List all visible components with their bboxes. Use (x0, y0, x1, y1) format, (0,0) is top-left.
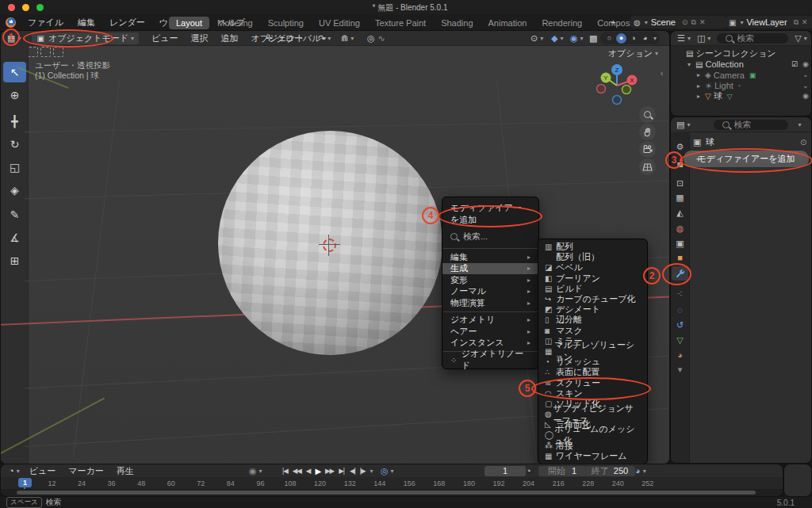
proportional-edit-toggle[interactable]: ◎ ∿ (364, 32, 389, 44)
select-mode-option[interactable] (40, 47, 51, 57)
tabs-overflow-chevron[interactable]: ▾ (672, 362, 688, 376)
eye-closed-toggle-icon[interactable]: ⌄ (802, 82, 809, 90)
camera-view-icon[interactable] (639, 141, 656, 158)
play-button[interactable]: ▶ (312, 467, 323, 476)
modifier-item-デシメート[interactable]: ◩デシメート (538, 304, 647, 315)
remove-view-layer-button[interactable]: ✕ (802, 18, 808, 26)
physics-tab[interactable]: ◌ (672, 303, 688, 317)
pin-scene-icon[interactable]: ⊙ (682, 18, 688, 26)
disclosure-icon[interactable]: ▾ (685, 61, 693, 68)
app-menu-編集[interactable]: 編集 (71, 17, 102, 29)
modifier-item-ベベル[interactable]: ◪ベベル (538, 262, 647, 273)
modifier-item-配列[interactable]: ▥配列 (538, 242, 647, 252)
timeline-menu-ビュー[interactable]: ビュー (23, 465, 63, 477)
outliner-row-シーンコレクション[interactable]: ▤シーンコレクション (671, 48, 811, 59)
viewport-menu-ビュー[interactable]: ビュー (145, 32, 185, 44)
timeline-menu-再生[interactable]: 再生 (110, 465, 140, 477)
pin-id-icon[interactable]: ⊙ (800, 138, 806, 147)
workspace-tab[interactable]: UV Editing (312, 17, 367, 29)
timeline-menu-マーカー[interactable]: マーカー (62, 465, 110, 477)
workspace-tab[interactable]: Texture Paint (368, 17, 433, 29)
menu-item-ジオメトリノード[interactable]: ⁘ジオメトリノード (442, 354, 538, 366)
world-tab[interactable]: ◍ (672, 221, 688, 235)
current-frame-marker[interactable]: 1 (18, 478, 32, 487)
frame-start-field[interactable]: 開始 1 (538, 466, 586, 476)
annotate-tool[interactable]: ✎ (3, 204, 26, 225)
menu-item-生成[interactable]: 生成▸ (442, 263, 538, 275)
new-scene-button[interactable]: ⧉ (691, 18, 696, 27)
disclosure-icon[interactable]: ▸ (695, 82, 703, 90)
select-box-tool[interactable]: ↖ (3, 62, 26, 82)
gizmos-toggle[interactable]: ◆▾ (548, 32, 566, 44)
snap-magnet-toggle[interactable]: ⋒▾ (338, 32, 357, 44)
pivot-point-dropdown[interactable]: ⊙▾ (527, 32, 546, 44)
menu-item-ヘアー[interactable]: ヘアー▸ (442, 326, 538, 338)
modifier-item-カーブのチューブ化[interactable]: ↪カーブのチューブ化 (538, 294, 647, 304)
step-back-button[interactable]: ◀| (347, 467, 358, 475)
xray-toggle[interactable]: ▩ (586, 32, 600, 44)
eye-open-toggle-icon[interactable]: ◉ (802, 92, 809, 100)
workspace-tab[interactable]: Animation (481, 17, 534, 29)
modifier-item-ボリュームのメッシュ化[interactable]: ◯ボリュームのメッシュ化 (538, 430, 647, 440)
disclosure-icon[interactable]: ▸ (695, 71, 703, 78)
keying-set-button[interactable]: ◎▾ (381, 466, 394, 476)
particles-tab[interactable]: ⁖ (672, 287, 688, 301)
auto-keying-button[interactable]: ◕▾ (635, 466, 646, 476)
menu-item-変形[interactable]: 変形▸ (442, 274, 538, 286)
toggle-perspective-grid-icon[interactable] (639, 159, 656, 175)
output-tab[interactable]: ⊡ (672, 176, 688, 190)
pan-view-hand-icon[interactable] (639, 124, 656, 140)
outliner-row-Collection[interactable]: ▾▤Collection (671, 59, 811, 71)
step-forward-button[interactable]: |▶ (358, 467, 368, 475)
modifier-item-辺分離[interactable]: ▯辺分離 (538, 315, 647, 325)
outliner-row-Camera[interactable]: ▸◈Camera▣ (671, 70, 811, 81)
constraints-tab[interactable]: ↺ (672, 318, 688, 332)
material-tab[interactable]: ◕ (672, 348, 688, 362)
prev-keyframe-button[interactable]: ◀◀ (290, 467, 304, 475)
current-frame-field[interactable]: 1 (485, 466, 526, 476)
timeline-editor-dropdown[interactable]: ◔▾ (6, 464, 23, 477)
zoom-view-icon[interactable] (639, 106, 656, 123)
select-mode-option[interactable] (53, 47, 63, 57)
blender-logo-icon[interactable] (6, 17, 16, 28)
sidebar-collapse-arrow[interactable]: ‹ (661, 69, 663, 78)
shading-rendered-button[interactable]: ◕ (640, 33, 650, 44)
disclosure-icon[interactable]: ▸ (695, 93, 703, 100)
menu-item-編集[interactable]: 編集▸ (442, 251, 538, 263)
menu-item-物理演算[interactable]: 物理演算▸ (442, 297, 538, 309)
menu-item-ジオメトリ[interactable]: ジオメトリ▸ (442, 315, 538, 327)
data-tab[interactable]: ▽ (672, 333, 688, 347)
view-layer-tab[interactable]: ▦ (672, 190, 688, 204)
shading-material-button[interactable]: ◑ (628, 33, 638, 44)
properties-options-chevron[interactable]: ▾ (798, 121, 801, 128)
cursor-tool[interactable]: ⊕ (3, 85, 26, 105)
move-tool[interactable]: ╋ (3, 111, 26, 132)
outliner-search-input[interactable]: 検索 (717, 33, 788, 44)
workspace-tab[interactable]: Layout (169, 17, 209, 29)
outliner-filter-icon[interactable]: ▽ (795, 33, 801, 44)
scale-tool[interactable]: ◱ (3, 157, 26, 178)
timeline-ruler[interactable]: 1 12243648607284961081201321441561681801… (1, 477, 783, 489)
workspace-tab[interactable]: Modeling (210, 17, 260, 29)
modifier-item-マルチレゾリューション[interactable]: ▦マルチレゾリューション (538, 346, 647, 357)
app-menu-レンダー[interactable]: レンダー (102, 17, 152, 29)
outliner-row-球[interactable]: ▸▽球▽ (671, 91, 811, 102)
measure-tool[interactable]: ∡ (3, 227, 26, 248)
rotate-tool[interactable]: ↻ (3, 134, 26, 155)
transform-tool[interactable]: ◈ (3, 180, 26, 201)
snap-target-dropdown[interactable]: ↷▾ (315, 32, 334, 44)
outliner-display-mode-dropdown[interactable]: ☰▾ (674, 32, 694, 44)
viewport-menu-選択[interactable]: 選択 (184, 32, 214, 44)
modifier-item-サブディビジョンサーフェス[interactable]: ◍サブディビジョンサーフェス (538, 409, 647, 419)
record-button[interactable]: ◉▾ (249, 466, 262, 476)
shading-wireframe-button[interactable]: ○ (604, 33, 615, 44)
modifier-item-ブーリアン[interactable]: ◧ブーリアン (538, 273, 647, 284)
app-menu-ファイル[interactable]: ファイル (21, 17, 71, 29)
eye-open-toggle-icon[interactable]: ◉ (802, 60, 809, 68)
modifier-item-マスク[interactable]: ◙マスク (538, 326, 647, 336)
jump-to-end-button[interactable]: ▶| (336, 467, 347, 475)
next-keyframe-button[interactable]: ▶▶ (323, 467, 336, 475)
properties-search-input[interactable]: 検索 (714, 120, 788, 130)
view-layer-selector[interactable]: ▣▾ ViewLayer ⧉ ✕ (726, 16, 812, 29)
overlays-toggle[interactable]: ◉▾ (567, 32, 587, 44)
